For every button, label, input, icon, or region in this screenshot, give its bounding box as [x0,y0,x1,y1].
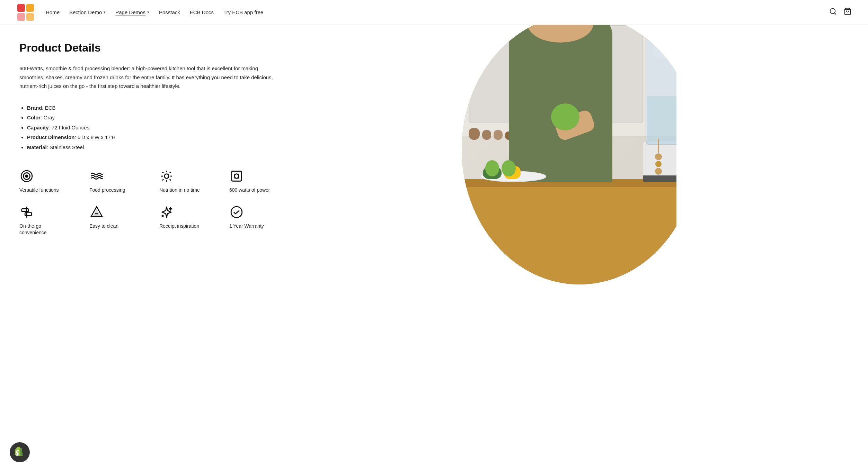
svg-point-10 [165,174,169,179]
svg-line-15 [162,172,163,173]
product-image-circle [462,25,676,284]
feature-nutrition-label: Nutrition in no time [159,187,200,194]
power-icon [229,169,244,183]
nav-right [829,8,851,17]
shopify-icon [14,447,25,458]
feature-versatile-label: Versatile functions [19,187,59,194]
feature-receipt-label: Receipt inspiration [159,223,199,230]
shopify-badge[interactable] [10,442,30,462]
svg-rect-1 [26,4,34,12]
spec-capacity: Capacity: 72 Fluid Ounces [27,123,292,133]
logo[interactable] [17,3,35,21]
main-content: Product Details 600-Watts, smoothie & fo… [0,25,868,472]
navbar: Home Section Demo ▾ Page Demos ▾ Posstac… [0,0,868,25]
svg-rect-27 [25,212,32,215]
sun-icon [159,169,174,183]
svg-line-18 [162,179,163,180]
feature-clean-label: Easy to clean [89,223,118,230]
feature-warranty-label: 1 Year Warranty [229,223,264,230]
product-specs-list: Brand: ECB Color: Gray Capacity: 72 Flui… [19,103,292,153]
waves-icon [89,169,104,183]
spec-color: Color: Gray [27,113,292,123]
search-button[interactable] [829,8,837,17]
feature-versatile: Versatile functions [19,169,82,194]
pen-tool-icon [89,205,104,219]
svg-rect-0 [17,4,25,12]
road-sign-icon [19,205,34,219]
chevron-down-icon: ▾ [147,10,149,15]
target-icon [19,169,34,183]
spec-material: Material: Stainless Steel [27,143,292,153]
feature-onthego-label: On-the-goconvenience [19,223,47,236]
feature-clean: Easy to clean [89,205,152,236]
nav-links: Home Section Demo ▾ Page Demos ▾ Posstac… [46,9,263,15]
svg-rect-19 [232,171,242,181]
svg-line-17 [170,172,171,173]
product-title: Product Details [19,42,292,54]
spec-brand: Brand: ECB [27,103,292,113]
product-description: 600-Watts, smoothie & food processing bl… [19,64,276,91]
svg-point-9 [26,175,28,177]
nav-left: Home Section Demo ▾ Page Demos ▾ Posstac… [17,3,263,21]
feature-food-processing-label: Food processing [89,187,125,194]
sparkle-icon [159,205,174,219]
content-left: Product Details 600-Watts, smoothie & fo… [0,25,312,472]
svg-line-5 [834,13,836,14]
feature-power-label: 600 watts of power [229,187,270,194]
svg-point-31 [231,207,242,218]
svg-line-16 [170,179,171,180]
feature-food-processing: Food processing [89,169,152,194]
svg-rect-3 [26,13,34,21]
svg-rect-2 [17,13,25,21]
chevron-down-icon: ▾ [104,10,106,15]
cart-button[interactable] [844,8,851,17]
features-grid: Versatile functions Food processing [19,169,292,236]
nav-item-home[interactable]: Home [46,9,60,15]
feature-nutrition: Nutrition in no time [159,169,222,194]
kitchen-scene [462,25,676,284]
spec-dimension: Product Dimension: 6'D x 8'W x 17'H [27,133,292,143]
search-icon [829,8,837,15]
cart-icon [844,8,851,15]
nav-item-try-ecb[interactable]: Try ECB app free [223,9,263,15]
check-badge-icon [229,205,244,219]
nav-item-page-demos[interactable]: Page Demos ▾ [115,9,149,15]
nav-item-ecb-docs[interactable]: ECB Docs [190,9,214,15]
nav-item-section-demo[interactable]: Section Demo ▾ [69,9,106,15]
svg-rect-26 [22,209,28,211]
feature-warranty: 1 Year Warranty [229,205,292,236]
feature-receipt: Receipt inspiration [159,205,222,236]
feature-onthego: On-the-goconvenience [19,205,82,236]
nav-item-posstack[interactable]: Posstack [159,9,180,15]
content-right [312,25,676,472]
feature-power: 600 watts of power [229,169,292,194]
